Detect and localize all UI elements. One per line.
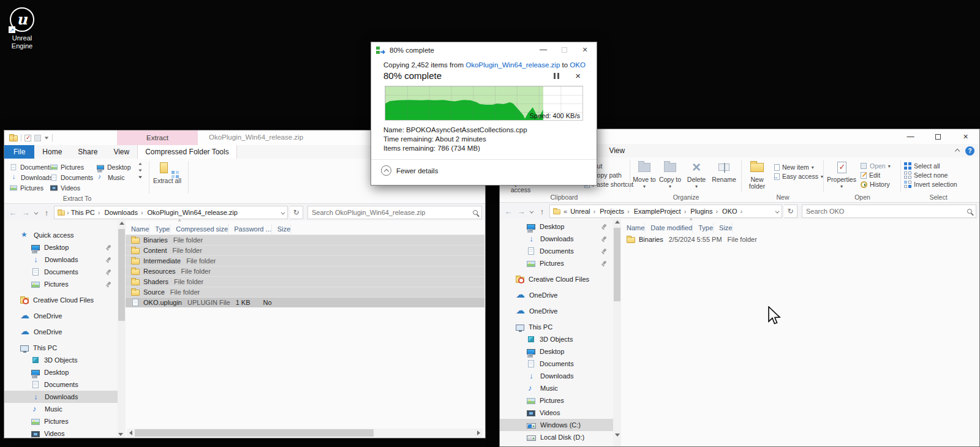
file-row[interactable]: OKO.uplugin UPLUGIN File 1 KB No (126, 297, 484, 307)
nav-item[interactable]: Creative Cloud Files (4, 294, 118, 306)
address-dropdown-icon[interactable] (775, 209, 780, 214)
qat-dropdown-icon[interactable] (45, 137, 48, 139)
breadcrumb-segment[interactable]: Unreal (570, 208, 599, 215)
forward-button[interactable]: → (20, 208, 31, 217)
rename-button[interactable]: Rename (709, 159, 739, 193)
dialog-title-bar[interactable]: 80% complete — × (371, 42, 597, 58)
scroll-up-icon[interactable] (119, 222, 124, 225)
search-box[interactable] (307, 206, 482, 219)
easy-access-button[interactable]: Easy access▾ (773, 173, 823, 180)
file-row[interactable]: Resources File folder (126, 266, 484, 276)
nav-item[interactable]: Desktop (4, 366, 118, 378)
nav-item[interactable]: Quick access (4, 229, 118, 241)
extract-destination[interactable]: Desktop (96, 163, 135, 171)
sidebar-scrollbar[interactable] (613, 219, 621, 446)
back-button[interactable]: ← (7, 208, 18, 217)
back-button[interactable]: ← (503, 207, 514, 216)
column-header[interactable]: Date modified (645, 223, 693, 233)
ribbon-tab[interactable]: View (105, 145, 137, 159)
cancel-copy-button[interactable]: × (575, 70, 581, 81)
nav-item[interactable]: Downloads (4, 391, 118, 403)
extract-all-button[interactable]: Extract all (151, 160, 183, 195)
column-header[interactable]: Size (272, 224, 291, 234)
column-header[interactable]: Compressed size (170, 224, 228, 234)
file-row[interactable]: Content File folder (126, 245, 484, 255)
history-button[interactable]: History (860, 181, 891, 188)
nav-item[interactable]: Videos (4, 427, 118, 438)
extract-destination[interactable]: Documents (50, 174, 96, 181)
ribbon-tab[interactable]: Home (34, 145, 70, 159)
nav-item[interactable]: OneDrive (4, 310, 118, 322)
nav-item[interactable]: Documents (4, 266, 118, 278)
source-link[interactable]: OkoPlugin_Win64_release.zip (466, 61, 560, 69)
maximize-button[interactable] (554, 42, 575, 57)
nav-item[interactable]: Music (4, 403, 118, 415)
breadcrumb-segment[interactable]: OKO (722, 208, 746, 215)
ribbon-tab[interactable]: File (4, 145, 34, 159)
column-header[interactable]: Name (621, 223, 645, 233)
scroll-down-icon[interactable] (615, 434, 620, 437)
pause-button[interactable] (554, 73, 559, 79)
refresh-button[interactable]: ↻ (784, 205, 797, 218)
search-input[interactable] (312, 209, 473, 216)
extract-destination[interactable]: Music (96, 173, 135, 181)
path-overflow-icon[interactable]: « (562, 208, 568, 215)
nav-item[interactable]: This PC (500, 321, 613, 333)
maximize-button[interactable] (924, 129, 952, 144)
nav-item[interactable]: Windows (C:) (500, 419, 613, 431)
sidebar-scroll-down-icon[interactable] (118, 433, 123, 436)
column-header[interactable]: Password ... (228, 224, 272, 234)
gallery-more-icon[interactable] (138, 176, 142, 179)
nav-item[interactable]: Desktop (500, 345, 613, 358)
scroll-up-icon[interactable] (615, 220, 620, 224)
extract-destination[interactable]: Pictures (9, 184, 50, 192)
destination-link[interactable]: OKO (570, 61, 586, 69)
column-header[interactable]: Size (714, 223, 733, 233)
gallery-scroll-up-icon[interactable] (138, 163, 142, 165)
file-row[interactable]: Shaders File folder (126, 276, 484, 287)
nav-item[interactable]: Documents (500, 358, 613, 370)
extract-destination[interactable]: Pictures (50, 163, 96, 171)
search-box[interactable] (802, 205, 976, 218)
column-header[interactable]: Type (149, 224, 170, 234)
ribbon-tab[interactable]: View (601, 144, 633, 157)
minimize-button[interactable]: — (533, 42, 554, 57)
breadcrumb-box[interactable]: « UnrealProjectsExampleProjectPluginsOKO (549, 205, 782, 218)
new-item-button[interactable]: New item▾ (773, 163, 823, 171)
forward-button[interactable]: → (516, 207, 527, 216)
column-header[interactable]: Type (693, 223, 714, 233)
nav-item[interactable]: Local Disk (D:) (500, 431, 613, 443)
breadcrumb-segment[interactable]: Downloads (104, 209, 146, 216)
nav-item[interactable]: Creative Cloud Files (500, 273, 613, 285)
edit-button[interactable]: Edit (860, 171, 891, 179)
unreal-engine-shortcut[interactable]: u ↗ Unreal Engine (4, 7, 40, 50)
h-scrollbar-thumb[interactable] (135, 429, 374, 437)
properties-button[interactable]: Properties▾ (826, 159, 858, 193)
quick-access-toolbar[interactable] (4, 134, 53, 141)
delete-button[interactable]: × Delete▾ (684, 159, 709, 193)
nav-item[interactable]: Downloads (4, 254, 118, 266)
gallery-scroll-down-icon[interactable] (138, 170, 142, 172)
nav-item[interactable]: 3D Objects (500, 333, 613, 345)
nav-item[interactable]: Pictures (4, 415, 118, 427)
extract-destination[interactable]: Videos (50, 184, 96, 192)
horizontal-scrollbar[interactable] (127, 429, 483, 437)
refresh-button[interactable]: ↻ (290, 206, 303, 219)
nav-item[interactable]: Pictures (500, 257, 613, 269)
sidebar-scrollbar[interactable] (118, 220, 126, 438)
new-folder-button[interactable]: New folder (744, 159, 771, 193)
search-input[interactable] (806, 208, 967, 215)
scroll-left-icon[interactable] (129, 430, 132, 435)
nav-item[interactable]: Pictures (4, 278, 118, 290)
extract-destination[interactable]: Documents (9, 163, 50, 171)
nav-item[interactable]: OneDrive (4, 326, 118, 338)
file-row[interactable]: Binaries 2/5/2024 5:55 PM File folder (621, 233, 979, 245)
select-none-button[interactable]: Select none (904, 171, 957, 179)
nav-item[interactable]: OneDrive (500, 289, 613, 301)
select-all-button[interactable]: Select all (904, 162, 957, 170)
move-to-button[interactable]: Move to▾ (632, 159, 657, 193)
up-button[interactable]: ↑ (537, 207, 548, 216)
collapse-ribbon-icon[interactable] (955, 148, 960, 153)
breadcrumb-segment[interactable]: Projects (599, 208, 633, 215)
nav-item[interactable]: Downloads (500, 370, 613, 382)
